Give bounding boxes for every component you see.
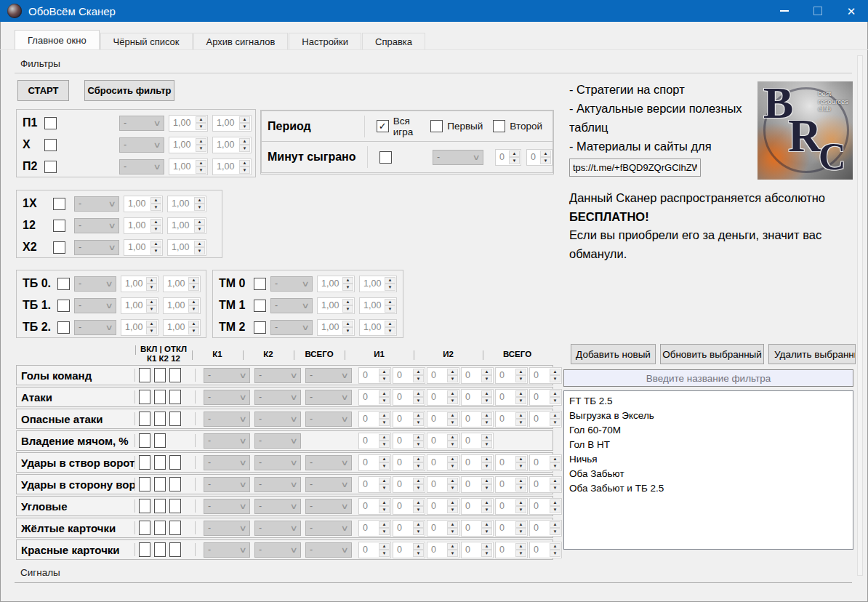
- checkbox[interactable]: [154, 521, 166, 535]
- dropdown[interactable]: -∨: [74, 320, 116, 335]
- checkbox[interactable]: [254, 300, 266, 312]
- numeric-stepper[interactable]: 0▲▼: [358, 367, 391, 384]
- spin-up-icon[interactable]: ▲: [413, 412, 424, 420]
- spin-down-icon[interactable]: ▼: [447, 528, 458, 535]
- numeric-stepper[interactable]: 1,00▲▼: [169, 115, 208, 132]
- numeric-stepper[interactable]: 0▲▼: [427, 454, 459, 471]
- spin-up-icon[interactable]: ▲: [550, 521, 560, 529]
- update-filter-button[interactable]: Обновить выбранный: [660, 344, 764, 364]
- saved-filter-item[interactable]: Оба Забьют: [564, 466, 853, 481]
- dropdown[interactable]: -∨: [254, 433, 301, 449]
- start-button[interactable]: СТАРТ: [17, 80, 69, 101]
- numeric-stepper[interactable]: 0▲▼: [529, 454, 562, 471]
- dropdown[interactable]: -∨: [74, 240, 119, 255]
- checkbox[interactable]: [154, 368, 166, 382]
- checkbox[interactable]: [169, 542, 181, 557]
- spin-up-icon[interactable]: ▲: [515, 369, 526, 376]
- numeric-stepper[interactable]: 0▲▼: [461, 433, 494, 449]
- spin-down-icon[interactable]: ▼: [515, 550, 526, 557]
- spin-down-icon[interactable]: ▼: [447, 484, 458, 491]
- spin-up-icon[interactable]: ▲: [413, 390, 424, 398]
- numeric-stepper[interactable]: 0▲▼: [495, 454, 528, 471]
- spin-up-icon[interactable]: ▲: [150, 219, 161, 226]
- spin-up-icon[interactable]: ▲: [379, 412, 390, 420]
- numeric-stepper[interactable]: 0▲▼: [461, 498, 494, 515]
- saved-filters-list[interactable]: FT ТБ 2.5Выгрузка в ЭксельГол 60-70МГол …: [563, 390, 853, 550]
- spin-down-icon[interactable]: ▼: [379, 528, 390, 535]
- spin-down-icon[interactable]: ▼: [481, 528, 492, 535]
- numeric-stepper[interactable]: 0▲▼: [358, 433, 391, 449]
- spin-down-icon[interactable]: ▼: [481, 375, 492, 382]
- dropdown[interactable]: -∨: [254, 390, 301, 405]
- spin-down-icon[interactable]: ▼: [196, 166, 206, 174]
- spin-down-icon[interactable]: ▼: [481, 441, 492, 448]
- spin-up-icon[interactable]: ▲: [509, 150, 520, 158]
- checkbox[interactable]: [169, 521, 181, 535]
- spin-up-icon[interactable]: ▲: [515, 390, 526, 398]
- numeric-stepper[interactable]: 0▲▼: [393, 476, 425, 493]
- spin-down-icon[interactable]: ▼: [515, 375, 526, 382]
- numeric-stepper[interactable]: 1,00▲▼: [317, 276, 355, 292]
- checkbox[interactable]: [493, 120, 505, 132]
- spin-up-icon[interactable]: ▲: [481, 412, 492, 420]
- numeric-stepper[interactable]: 0▲▼: [495, 411, 528, 428]
- numeric-stepper[interactable]: 0▲▼: [529, 542, 562, 558]
- spin-down-icon[interactable]: ▼: [481, 462, 492, 470]
- checkbox[interactable]: [53, 241, 65, 254]
- numeric-stepper[interactable]: 0▲▼: [358, 476, 391, 493]
- spin-down-icon[interactable]: ▼: [379, 441, 390, 448]
- numeric-stepper[interactable]: 1,00▲▼: [212, 137, 252, 153]
- numeric-stepper[interactable]: 1,00▲▼: [121, 297, 158, 314]
- dropdown[interactable]: -∨: [204, 455, 250, 470]
- numeric-stepper[interactable]: 0▲▼: [495, 367, 528, 384]
- dropdown[interactable]: -∨: [254, 521, 301, 536]
- spin-down-icon[interactable]: ▼: [379, 375, 390, 382]
- dropdown[interactable]: -∨: [305, 542, 352, 558]
- spin-up-icon[interactable]: ▲: [385, 299, 395, 306]
- checkbox[interactable]: [169, 455, 181, 470]
- spin-up-icon[interactable]: ▲: [447, 456, 458, 463]
- spin-up-icon[interactable]: ▲: [379, 499, 390, 507]
- dropdown[interactable]: -∨: [74, 276, 116, 292]
- checkbox[interactable]: [53, 220, 65, 232]
- spin-down-icon[interactable]: ▼: [481, 419, 492, 426]
- checkbox[interactable]: [169, 499, 181, 513]
- dropdown[interactable]: -∨: [204, 521, 250, 536]
- saved-filter-item[interactable]: Гол В НТ: [564, 437, 853, 452]
- checkbox[interactable]: ✓: [377, 120, 389, 132]
- spin-up-icon[interactable]: ▲: [515, 478, 526, 485]
- spin-up-icon[interactable]: ▲: [196, 160, 206, 167]
- maximize-button[interactable]: [801, 0, 835, 22]
- spin-up-icon[interactable]: ▲: [413, 499, 424, 507]
- numeric-stepper[interactable]: 1,00▲▼: [359, 276, 397, 292]
- spin-up-icon[interactable]: ▲: [342, 299, 353, 306]
- spin-up-icon[interactable]: ▲: [447, 543, 458, 550]
- checkbox[interactable]: [139, 368, 150, 382]
- spin-down-icon[interactable]: ▼: [342, 327, 353, 334]
- spin-up-icon[interactable]: ▲: [239, 160, 250, 167]
- spin-down-icon[interactable]: ▼: [481, 484, 492, 491]
- spin-down-icon[interactable]: ▼: [550, 375, 560, 382]
- spin-up-icon[interactable]: ▲: [150, 241, 161, 248]
- spin-down-icon[interactable]: ▼: [550, 506, 560, 513]
- period-option[interactable]: Второй: [493, 120, 542, 132]
- dropdown[interactable]: -∨: [254, 542, 301, 558]
- numeric-stepper[interactable]: 1,00▲▼: [317, 297, 355, 314]
- spin-down-icon[interactable]: ▼: [194, 225, 205, 233]
- spin-down-icon[interactable]: ▼: [550, 419, 560, 426]
- numeric-stepper[interactable]: 1,00▲▼: [163, 319, 201, 336]
- spin-down-icon[interactable]: ▼: [413, 375, 424, 382]
- spin-down-icon[interactable]: ▼: [194, 204, 205, 211]
- checkbox[interactable]: [53, 198, 65, 210]
- spin-down-icon[interactable]: ▼: [550, 397, 560, 404]
- spin-down-icon[interactable]: ▼: [447, 397, 458, 404]
- spin-up-icon[interactable]: ▲: [379, 521, 390, 529]
- numeric-stepper[interactable]: 1,00▲▼: [167, 217, 206, 234]
- spin-up-icon[interactable]: ▲: [447, 478, 458, 485]
- spin-up-icon[interactable]: ▲: [194, 197, 205, 204]
- spin-up-icon[interactable]: ▲: [342, 277, 353, 284]
- numeric-stepper[interactable]: 0▲▼: [393, 498, 425, 515]
- checkbox[interactable]: [154, 412, 166, 426]
- numeric-stepper[interactable]: 0▲▼: [427, 367, 459, 384]
- checkbox[interactable]: [139, 455, 150, 470]
